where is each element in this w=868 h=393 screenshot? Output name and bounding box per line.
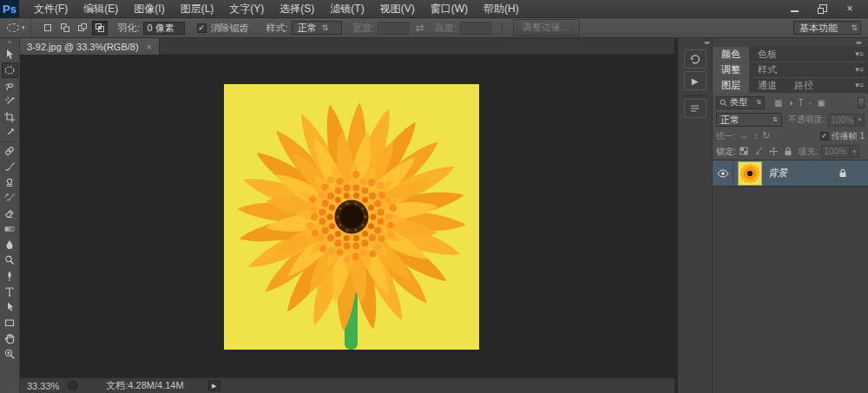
document-tab-title: 3-92.jpg @ 33.3%(RGB/8) bbox=[27, 42, 139, 52]
tab-layers[interactable]: 图层 bbox=[713, 78, 749, 93]
tab-paths[interactable]: 路径 bbox=[786, 78, 822, 93]
spot-healing-brush-tool[interactable] bbox=[2, 143, 18, 159]
blend-mode-select[interactable]: 正常 ⇅ bbox=[716, 113, 782, 127]
unify-row: 统一: ↔ ↕ ↻ ✓ 传播帧 1 bbox=[713, 128, 868, 143]
subtract-from-selection-button[interactable] bbox=[75, 21, 90, 36]
status-menu-button[interactable]: ▶ bbox=[208, 380, 220, 391]
lock-position-icon[interactable] bbox=[769, 147, 779, 156]
selection-mode-group bbox=[40, 21, 108, 36]
menu-filter[interactable]: 滤镜(T) bbox=[322, 0, 372, 18]
expand-dock-button[interactable]: ◂◂ bbox=[678, 38, 712, 47]
history-brush-tool[interactable] bbox=[2, 190, 18, 206]
history-panel-button[interactable] bbox=[684, 49, 707, 69]
panel-group-adjustments: 调整 样式 ▾≡ bbox=[713, 62, 868, 77]
blur-tool[interactable] bbox=[2, 237, 18, 252]
clone-stamp-tool[interactable] bbox=[2, 174, 18, 190]
close-button[interactable]: × bbox=[842, 3, 858, 15]
hand-tool[interactable] bbox=[2, 331, 18, 346]
chevron-down-icon: ▾ bbox=[22, 24, 25, 31]
eye-icon bbox=[717, 169, 729, 178]
menu-help[interactable]: 帮助(H) bbox=[476, 0, 527, 18]
unify-scale-icon[interactable]: ↕ bbox=[753, 130, 759, 141]
new-selection-button[interactable] bbox=[40, 21, 56, 36]
menu-image[interactable]: 图像(I) bbox=[126, 0, 172, 18]
rectangle-shape-tool[interactable] bbox=[2, 315, 18, 331]
panel-menu-icon[interactable]: ▾≡ bbox=[855, 47, 868, 62]
layer-filter-toggle[interactable] bbox=[858, 97, 865, 108]
tab-swatches[interactable]: 色板 bbox=[749, 47, 786, 62]
feather-label: 羽化: bbox=[118, 22, 140, 35]
menu-edit[interactable]: 编辑(E) bbox=[76, 0, 126, 18]
filter-shape-layers-icon[interactable]: ▫ bbox=[809, 98, 812, 108]
eraser-tool[interactable] bbox=[2, 206, 18, 221]
menu-type[interactable]: 文字(Y) bbox=[221, 0, 272, 18]
filter-type-layers-icon[interactable]: T bbox=[799, 98, 804, 108]
crop-tool[interactable] bbox=[2, 109, 18, 125]
dodge-tool[interactable] bbox=[2, 252, 18, 268]
filter-adjustment-layers-icon[interactable]: ◑ bbox=[787, 98, 792, 108]
workspace-select[interactable]: 基本功能 ⇅ bbox=[793, 21, 861, 35]
tab-styles[interactable]: 样式 bbox=[749, 62, 786, 77]
layer-filter-row: 类型 ⇅ ▦ ◑ T ▫ ▣ bbox=[713, 94, 868, 111]
quick-selection-tool[interactable] bbox=[2, 94, 18, 109]
lock-transparency-icon[interactable] bbox=[740, 147, 749, 156]
menu-window[interactable]: 窗口(W) bbox=[423, 0, 476, 18]
menu-select[interactable]: 选择(S) bbox=[272, 0, 322, 18]
spinner-icon: ⇅ bbox=[773, 116, 778, 123]
brush-tool[interactable] bbox=[2, 159, 18, 174]
document-tab[interactable]: 3-92.jpg @ 33.3%(RGB/8) × bbox=[20, 38, 160, 55]
panel-menu-icon[interactable]: ▾≡ bbox=[855, 62, 868, 77]
toolbar-collapse-button[interactable]: » bbox=[0, 38, 19, 47]
filter-pixel-layers-icon[interactable]: ▦ bbox=[774, 98, 782, 108]
minimize-button[interactable] bbox=[786, 3, 802, 15]
swap-dimensions-icon: ⇄ bbox=[416, 22, 424, 34]
layer-thumbnail[interactable] bbox=[739, 162, 761, 185]
unify-rotation-icon[interactable]: ↻ bbox=[762, 130, 770, 141]
tool-preset-picker[interactable]: ▾ bbox=[0, 18, 31, 37]
lock-pixels-icon[interactable] bbox=[754, 147, 764, 156]
antialias-label: 消除锯齿 bbox=[211, 22, 249, 35]
tab-channels[interactable]: 通道 bbox=[749, 78, 786, 93]
propagate-frame-checkbox[interactable]: ✓ bbox=[820, 132, 829, 141]
intersect-selection-button[interactable] bbox=[92, 21, 108, 36]
type-tool[interactable] bbox=[2, 284, 18, 299]
unify-label: 统一: bbox=[716, 130, 736, 142]
layer-row-background[interactable]: 背景 bbox=[713, 160, 868, 187]
layer-list: 背景 bbox=[713, 160, 868, 393]
menu-layer[interactable]: 图层(L) bbox=[173, 0, 222, 18]
elliptical-marquee-tool[interactable] bbox=[2, 62, 18, 78]
restore-button[interactable] bbox=[814, 3, 830, 15]
feather-input[interactable]: 0 像素 bbox=[143, 22, 185, 35]
status-chip-icon bbox=[68, 381, 78, 390]
layer-visibility-toggle[interactable] bbox=[713, 160, 733, 186]
move-tool[interactable] bbox=[2, 47, 18, 62]
close-tab-icon[interactable]: × bbox=[147, 42, 152, 52]
width-label: 宽度: bbox=[352, 22, 374, 35]
layer-filter-select[interactable]: 类型 ⇅ bbox=[716, 96, 765, 109]
panel-menu-icon[interactable]: ▾≡ bbox=[855, 78, 868, 93]
tab-adjustments[interactable]: 调整 bbox=[713, 62, 749, 77]
style-select[interactable]: 正常 ⇅ bbox=[292, 21, 342, 35]
eyedropper-tool[interactable] bbox=[2, 125, 18, 141]
width-input bbox=[378, 22, 409, 35]
properties-panel-button[interactable] bbox=[684, 99, 707, 118]
path-selection-tool[interactable] bbox=[2, 299, 18, 315]
menu-file[interactable]: 文件(F) bbox=[26, 0, 76, 18]
lock-all-icon[interactable] bbox=[784, 147, 792, 156]
add-to-selection-button[interactable] bbox=[57, 21, 73, 36]
tab-color[interactable]: 颜色 bbox=[713, 47, 749, 62]
actions-panel-button[interactable]: ▶ bbox=[684, 71, 707, 90]
panel-group-color: 颜色 色板 ▾≡ bbox=[713, 47, 868, 62]
zoom-tool[interactable] bbox=[2, 346, 18, 362]
pen-tool[interactable] bbox=[2, 268, 18, 284]
collapse-dock-button[interactable]: ▸▸ bbox=[713, 38, 868, 47]
zoom-level-field[interactable]: 33.33% bbox=[27, 381, 59, 391]
menu-view[interactable]: 视图(V) bbox=[372, 0, 423, 18]
filter-smart-object-icon[interactable]: ▣ bbox=[817, 98, 825, 108]
gradient-tool[interactable] bbox=[2, 221, 18, 237]
antialias-checkbox[interactable]: ✓ bbox=[197, 23, 207, 33]
unify-position-icon[interactable]: ↔ bbox=[740, 130, 749, 141]
height-label: 高度: bbox=[435, 22, 457, 35]
lasso-tool[interactable] bbox=[2, 78, 18, 94]
canvas[interactable] bbox=[20, 55, 674, 377]
